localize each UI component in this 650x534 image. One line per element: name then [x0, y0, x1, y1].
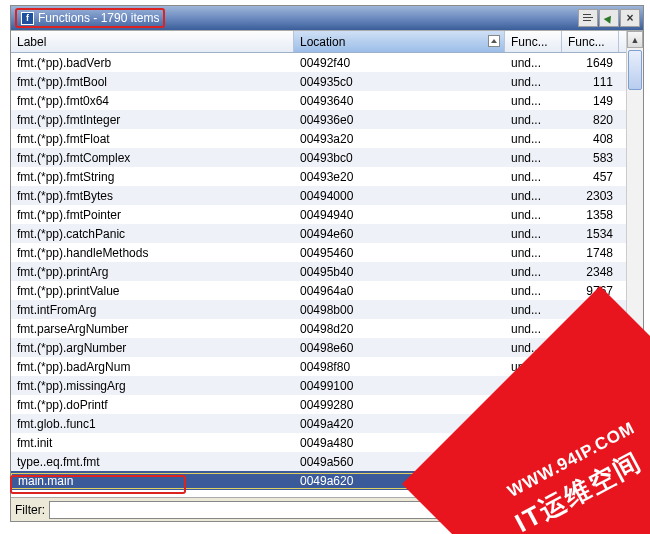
- table-row[interactable]: fmt.(*pp).fmtFloat00493a20und...408: [11, 129, 626, 148]
- cell-func1: und...: [505, 246, 562, 260]
- table-row[interactable]: fmt.(*pp).fmtComplex00493bc0und...583: [11, 148, 626, 167]
- table-row[interactable]: main.main0049a620und: [11, 471, 626, 490]
- cell-location: 00494000: [294, 189, 505, 203]
- cell-location: 00492f40: [294, 56, 505, 70]
- cell-func1: und...: [505, 360, 562, 374]
- filter-input[interactable]: [49, 501, 619, 519]
- cell-label: fmt.(*pp).badVerb: [11, 56, 294, 70]
- cell-func1: und...: [505, 132, 562, 146]
- cell-func1: und...: [505, 417, 562, 431]
- cell-label: fmt.(*pp).catchPanic: [11, 227, 294, 241]
- cell-func2: 1649: [562, 56, 619, 70]
- table-row[interactable]: fmt.intFromArg00498b00und...529: [11, 300, 626, 319]
- table-row[interactable]: fmt.(*pp).argNumber00498e60und...278: [11, 338, 626, 357]
- column-func1[interactable]: Func...: [505, 31, 562, 52]
- cell-location: 00494e60: [294, 227, 505, 241]
- cell-func2: 1534: [562, 227, 619, 241]
- table-row[interactable]: fmt.(*pp).fmtPointer00494940und...1358: [11, 205, 626, 224]
- cell-func1: und...: [505, 398, 562, 412]
- cell-func1: und...: [505, 341, 562, 355]
- column-func2[interactable]: Func...: [562, 31, 619, 52]
- cell-func2: 2348: [562, 265, 619, 279]
- cell-func2: 197: [562, 436, 619, 450]
- close-button[interactable]: ×: [620, 9, 640, 27]
- table-body: fmt.(*pp).badVerb00492f40und...1649fmt.(…: [11, 53, 626, 497]
- cell-func2: [562, 480, 619, 482]
- cell-location: 00493a20: [294, 132, 505, 146]
- cell-location: 004935c0: [294, 75, 505, 89]
- cell-func1: und...: [505, 151, 562, 165]
- menu-button[interactable]: [578, 9, 598, 27]
- functions-panel: f Functions - 1790 items × Label Locatio…: [10, 5, 644, 522]
- table-row[interactable]: type..eq.fmt.fmt0049a560und...: [11, 452, 626, 471]
- table-row[interactable]: fmt.init0049a480und...197: [11, 433, 626, 452]
- cell-label: fmt.(*pp).doPrintf: [11, 398, 294, 412]
- table-row[interactable]: fmt.(*pp).printValue004964a0und...9767: [11, 281, 626, 300]
- cell-location: 00495b40: [294, 265, 505, 279]
- table-row[interactable]: fmt.(*pp).fmt0x6400493640und...149: [11, 91, 626, 110]
- table-row[interactable]: fmt.(*pp).printArg00495b40und...2348: [11, 262, 626, 281]
- table-row[interactable]: fmt.(*pp).badArgNum00498f80und...367: [11, 357, 626, 376]
- table-row[interactable]: fmt.(*pp).doPrintf00499280und...4490: [11, 395, 626, 414]
- table-row[interactable]: fmt.(*pp).badVerb00492f40und...1649: [11, 53, 626, 72]
- cell-location: 004936e0: [294, 113, 505, 127]
- table-row[interactable]: fmt.(*pp).catchPanic00494e60und...1534: [11, 224, 626, 243]
- table-row[interactable]: fmt.glob..func10049a420und...84: [11, 414, 626, 433]
- table-row[interactable]: fmt.(*pp).fmtInteger004936e0und...820: [11, 110, 626, 129]
- filter-label: Filter:: [15, 503, 45, 517]
- table-row[interactable]: fmt.(*pp).fmtBytes00494000und...2303: [11, 186, 626, 205]
- table-row[interactable]: fmt.parseArgNumber00498d20und...293: [11, 319, 626, 338]
- column-label[interactable]: Label: [11, 31, 294, 52]
- vertical-scrollbar[interactable]: ▲ ▼: [626, 31, 643, 497]
- cell-func1: und...: [505, 322, 562, 336]
- cell-func2: 408: [562, 132, 619, 146]
- cell-label: fmt.init: [11, 436, 294, 450]
- table-row[interactable]: fmt.(*pp).fmtString00493e20und...457: [11, 167, 626, 186]
- table-row[interactable]: fmt.(*pp).fmtBool004935c0und...111: [11, 72, 626, 91]
- cell-location: 00498f80: [294, 360, 505, 374]
- cell-location: 00493bc0: [294, 151, 505, 165]
- table-area: Label Location Func... Func... fmt.(*pp)…: [11, 31, 626, 497]
- cell-label: fmt.(*pp).printArg: [11, 265, 294, 279]
- cell-func2: 111: [562, 75, 619, 89]
- cell-func2: 1748: [562, 246, 619, 260]
- cell-func2: 2303: [562, 189, 619, 203]
- cell-func2: 1358: [562, 208, 619, 222]
- column-location[interactable]: Location: [294, 31, 505, 52]
- cell-label: fmt.(*pp).argNumber: [11, 341, 294, 355]
- scroll-thumb[interactable]: [628, 50, 642, 90]
- cell-func1: und...: [505, 436, 562, 450]
- cell-func2: 529: [562, 303, 619, 317]
- filter-clear-icon[interactable]: ✕: [623, 502, 639, 518]
- cell-func2: 84: [562, 417, 619, 431]
- cell-label: fmt.intFromArg: [11, 303, 294, 317]
- filter-row: Filter: ✕: [11, 497, 643, 521]
- cell-func2: 149: [562, 94, 619, 108]
- cell-func1: und...: [505, 113, 562, 127]
- cell-func2: 820: [562, 113, 619, 127]
- scroll-up-button[interactable]: ▲: [627, 31, 643, 48]
- scroll-down-button[interactable]: ▼: [627, 480, 643, 497]
- cell-label: fmt.(*pp).fmt0x64: [11, 94, 294, 108]
- table-row[interactable]: fmt.(*pp).handleMethods00495460und...174…: [11, 243, 626, 262]
- scroll-track[interactable]: [627, 48, 643, 480]
- cell-label: fmt.(*pp).printValue: [11, 284, 294, 298]
- table-row[interactable]: fmt.(*pp).missingArg00499100und...367: [11, 376, 626, 395]
- cell-label: fmt.(*pp).badArgNum: [11, 360, 294, 374]
- cell-label: fmt.(*pp).fmtComplex: [11, 151, 294, 165]
- cell-label: fmt.(*pp).fmtInteger: [11, 113, 294, 127]
- cell-location: 00494940: [294, 208, 505, 222]
- cell-location: 0049a560: [294, 455, 505, 469]
- cell-func1: und...: [505, 379, 562, 393]
- cell-location: 00495460: [294, 246, 505, 260]
- cell-func2: 583: [562, 151, 619, 165]
- export-button[interactable]: [599, 9, 619, 27]
- table-wrap: Label Location Func... Func... fmt.(*pp)…: [11, 30, 643, 497]
- sort-icon: [488, 35, 500, 47]
- cell-location: 00498e60: [294, 341, 505, 355]
- cell-func1: und...: [505, 170, 562, 184]
- cell-label: fmt.(*pp).fmtString: [11, 170, 294, 184]
- titlebar: f Functions - 1790 items ×: [11, 6, 643, 30]
- cell-func1: und...: [505, 94, 562, 108]
- cell-func1: und...: [505, 189, 562, 203]
